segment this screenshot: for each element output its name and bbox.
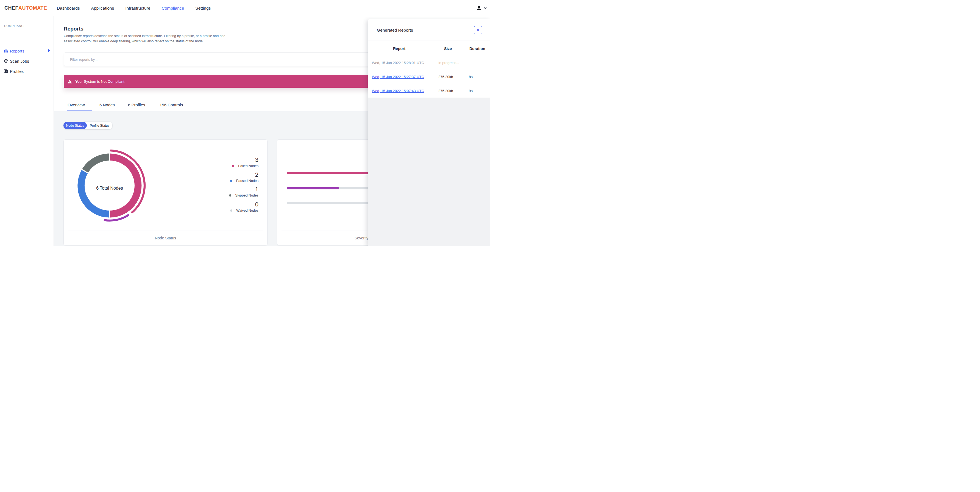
passed-label: Passed Nodes (236, 179, 258, 183)
legend-skipped: 1 Skipped Nodes (198, 186, 258, 197)
nav-settings[interactable]: Settings (195, 6, 211, 11)
user-icon (476, 5, 482, 11)
legend-waived: 0 Waived Nodes (198, 201, 258, 212)
donut-center-label: 6 Total Nodes (69, 186, 150, 191)
close-icon[interactable]: ✕ (474, 26, 482, 34)
waived-dot-icon (230, 209, 232, 212)
page-title: Reports (64, 26, 83, 32)
legend-passed: 2 Passed Nodes (198, 171, 258, 183)
node-status-donut-chart: 6 Total Nodes (69, 145, 150, 226)
nav-links: Dashboards Applications Infrastructure C… (57, 0, 211, 16)
sidebar-item-reports[interactable]: Reports (0, 47, 54, 55)
tab-profiles[interactable]: 6 Profiles (128, 102, 145, 107)
banner-text: Your System is Not Compliant (75, 80, 124, 83)
passed-count: 2 (198, 171, 258, 178)
report-date: Wed, 15 Jun 2022 15:28:01 UTC (372, 61, 424, 65)
node-status-toggle-button[interactable]: Node Status (64, 122, 87, 129)
failed-label: Failed Nodes (238, 164, 258, 168)
sidebar-item-label: Reports (10, 49, 24, 53)
bar-chart-icon (4, 49, 8, 53)
report-size: 275.20kb (438, 75, 453, 79)
failed-count: 3 (198, 157, 258, 163)
profile-status-toggle-button[interactable]: Profile Status (87, 122, 112, 129)
panel-header-divider (368, 40, 490, 40)
waived-label: Waived Nodes (236, 209, 258, 212)
warning-icon (68, 80, 72, 83)
nav-applications[interactable]: Applications (91, 6, 114, 11)
report-duration: 9s (469, 89, 473, 93)
sidebar-section-label: COMPLIANCE (4, 24, 26, 27)
app-screen: Reports Compliance reports describe the … (0, 0, 490, 246)
nav-compliance[interactable]: Compliance (162, 6, 184, 11)
report-link[interactable]: Wed, 15 Jun 2022 15:27:37 UTC (372, 75, 424, 79)
node-status-card: 6 Total Nodes 3 Failed Nodes 2 Passed No… (64, 139, 267, 246)
skipped-dot-icon (229, 194, 231, 196)
failed-dot-icon (232, 165, 234, 167)
sidebar-item-label: Profiles (10, 69, 24, 73)
skipped-count: 1 (198, 186, 258, 193)
user-menu-button[interactable] (476, 0, 486, 16)
nav-infrastructure[interactable]: Infrastructure (125, 6, 150, 11)
nav-dashboards[interactable]: Dashboards (57, 6, 80, 11)
donut-skipped-segment (85, 157, 109, 171)
skipped-label: Skipped Nodes (235, 193, 258, 197)
active-tab-underline (67, 110, 92, 110)
scanner-icon (4, 59, 8, 63)
documents-icon (4, 69, 8, 73)
column-header-report: Report (393, 46, 406, 51)
report-size: 275.20kb (438, 89, 453, 93)
report-size: In progress... (438, 61, 459, 65)
passed-dot-icon (230, 180, 232, 182)
status-toggle: Node Status Profile Status (64, 122, 112, 129)
sidebar: COMPLIANCE Reports Scan Jobs (0, 16, 54, 246)
sidebar-item-scan-jobs[interactable]: Scan Jobs (0, 57, 54, 65)
generated-reports-panel: Generated Reports ✕ Report Size Duration… (368, 19, 490, 246)
sidebar-item-profiles[interactable]: Profiles (0, 67, 54, 75)
legend-failed: 3 Failed Nodes (198, 157, 258, 168)
report-link[interactable]: Wed, 15 Jun 2022 15:07:43 UTC (372, 89, 424, 93)
active-item-arrow-icon (48, 49, 50, 52)
donut-passed-segment (81, 172, 109, 214)
column-header-size: Size (444, 46, 452, 51)
logo-automate: AUTOMATE (18, 5, 47, 11)
report-duration: 8s (469, 75, 473, 79)
severity-bar-major-fill (287, 187, 339, 189)
page-description: Compliance reports describe the status o… (64, 34, 234, 44)
top-navigation-bar: CHEFAUTOMATE Dashboards Applications Inf… (0, 0, 490, 16)
logo-chef: CHEF (5, 5, 18, 11)
tab-overview[interactable]: Overview (68, 102, 85, 107)
chevron-down-icon (484, 6, 487, 9)
donut-svg (69, 145, 150, 226)
column-header-duration: Duration (469, 46, 485, 51)
tab-controls[interactable]: 156 Controls (159, 102, 183, 107)
node-status-card-footer: Node Status (64, 236, 267, 240)
tab-nodes[interactable]: 6 Nodes (99, 102, 115, 107)
donut-failed-segment (110, 157, 138, 214)
panel-title: Generated Reports (377, 28, 413, 33)
waived-count: 0 (198, 201, 258, 208)
sidebar-item-label: Scan Jobs (10, 59, 29, 64)
chef-automate-logo[interactable]: CHEFAUTOMATE (5, 0, 47, 16)
